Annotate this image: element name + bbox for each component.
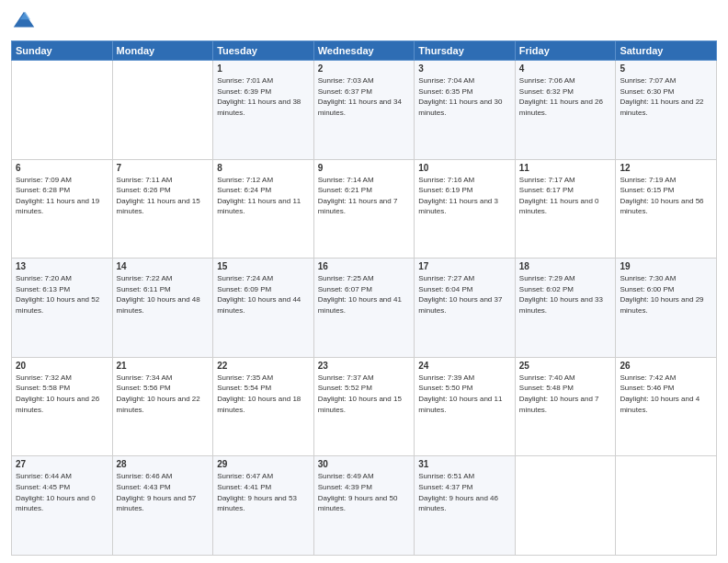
calendar-cell: 5Sunrise: 7:07 AM Sunset: 6:30 PM Daylig… bbox=[616, 61, 717, 160]
day-number: 28 bbox=[117, 459, 210, 469]
day-info: Sunrise: 7:03 AM Sunset: 6:37 PM Dayligh… bbox=[318, 75, 411, 118]
day-info: Sunrise: 7:07 AM Sunset: 6:30 PM Dayligh… bbox=[620, 75, 712, 118]
day-info: Sunrise: 7:12 AM Sunset: 6:24 PM Dayligh… bbox=[217, 175, 310, 217]
calendar-cell: 2Sunrise: 7:03 AM Sunset: 6:37 PM Daylig… bbox=[313, 61, 415, 160]
calendar-cell bbox=[515, 456, 616, 556]
day-number: 6 bbox=[16, 163, 108, 173]
calendar-cell: 20Sunrise: 7:32 AM Sunset: 5:58 PM Dayli… bbox=[12, 357, 113, 456]
day-info: Sunrise: 7:39 AM Sunset: 5:50 PM Dayligh… bbox=[418, 373, 511, 415]
day-number: 8 bbox=[217, 163, 310, 173]
day-info: Sunrise: 7:29 AM Sunset: 6:02 PM Dayligh… bbox=[519, 273, 612, 316]
day-info: Sunrise: 7:04 AM Sunset: 6:35 PM Dayligh… bbox=[418, 75, 511, 118]
day-number: 15 bbox=[217, 261, 310, 271]
calendar-cell: 24Sunrise: 7:39 AM Sunset: 5:50 PM Dayli… bbox=[415, 357, 516, 456]
day-info: Sunrise: 7:32 AM Sunset: 5:58 PM Dayligh… bbox=[16, 373, 108, 415]
day-info: Sunrise: 6:51 AM Sunset: 4:37 PM Dayligh… bbox=[418, 471, 511, 513]
calendar-cell: 11Sunrise: 7:17 AM Sunset: 6:17 PM Dayli… bbox=[515, 159, 616, 259]
calendar-cell: 12Sunrise: 7:19 AM Sunset: 6:15 PM Dayli… bbox=[616, 159, 717, 259]
day-number: 12 bbox=[620, 163, 712, 173]
weekday-sunday: Sunday bbox=[12, 41, 113, 61]
day-number: 17 bbox=[418, 261, 511, 271]
day-number: 18 bbox=[519, 261, 612, 271]
day-number: 10 bbox=[418, 163, 511, 173]
day-info: Sunrise: 7:30 AM Sunset: 6:00 PM Dayligh… bbox=[620, 273, 712, 316]
day-number: 19 bbox=[620, 261, 712, 271]
day-number: 20 bbox=[16, 361, 108, 371]
logo bbox=[11, 9, 40, 35]
calendar-cell: 4Sunrise: 7:06 AM Sunset: 6:32 PM Daylig… bbox=[515, 61, 616, 160]
calendar-week-4: 20Sunrise: 7:32 AM Sunset: 5:58 PM Dayli… bbox=[12, 357, 717, 456]
calendar-cell: 3Sunrise: 7:04 AM Sunset: 6:35 PM Daylig… bbox=[415, 61, 516, 160]
calendar-cell: 31Sunrise: 6:51 AM Sunset: 4:37 PM Dayli… bbox=[415, 456, 516, 556]
weekday-tuesday: Tuesday bbox=[213, 41, 314, 61]
calendar-cell: 19Sunrise: 7:30 AM Sunset: 6:00 PM Dayli… bbox=[616, 259, 717, 358]
weekday-monday: Monday bbox=[112, 41, 213, 61]
day-info: Sunrise: 7:09 AM Sunset: 6:28 PM Dayligh… bbox=[16, 175, 108, 217]
day-number: 4 bbox=[519, 63, 612, 74]
weekday-saturday: Saturday bbox=[616, 41, 717, 61]
day-info: Sunrise: 6:47 AM Sunset: 4:41 PM Dayligh… bbox=[217, 471, 310, 513]
day-info: Sunrise: 7:37 AM Sunset: 5:52 PM Dayligh… bbox=[318, 373, 411, 415]
day-number: 25 bbox=[519, 361, 612, 371]
calendar-cell: 27Sunrise: 6:44 AM Sunset: 4:45 PM Dayli… bbox=[12, 456, 113, 556]
calendar-cell: 18Sunrise: 7:29 AM Sunset: 6:02 PM Dayli… bbox=[515, 259, 616, 358]
day-number: 22 bbox=[217, 361, 310, 371]
calendar-week-3: 13Sunrise: 7:20 AM Sunset: 6:13 PM Dayli… bbox=[12, 259, 717, 358]
day-number: 26 bbox=[620, 361, 712, 371]
weekday-thursday: Thursday bbox=[415, 41, 516, 61]
day-number: 1 bbox=[217, 63, 310, 74]
calendar-cell: 6Sunrise: 7:09 AM Sunset: 6:28 PM Daylig… bbox=[12, 159, 113, 259]
calendar-table: SundayMondayTuesdayWednesdayThursdayFrid… bbox=[11, 40, 717, 556]
calendar-cell: 28Sunrise: 6:46 AM Sunset: 4:43 PM Dayli… bbox=[112, 456, 213, 556]
day-number: 2 bbox=[318, 63, 411, 74]
day-info: Sunrise: 6:44 AM Sunset: 4:45 PM Dayligh… bbox=[16, 471, 108, 513]
weekday-header-row: SundayMondayTuesdayWednesdayThursdayFrid… bbox=[12, 41, 717, 61]
day-number: 27 bbox=[16, 459, 108, 469]
calendar-cell: 7Sunrise: 7:11 AM Sunset: 6:26 PM Daylig… bbox=[112, 159, 213, 259]
day-info: Sunrise: 7:22 AM Sunset: 6:11 PM Dayligh… bbox=[117, 273, 210, 316]
calendar-body: 1Sunrise: 7:01 AM Sunset: 6:39 PM Daylig… bbox=[12, 61, 717, 556]
day-number: 30 bbox=[318, 459, 411, 469]
calendar-cell: 26Sunrise: 7:42 AM Sunset: 5:46 PM Dayli… bbox=[616, 357, 717, 456]
day-number: 21 bbox=[117, 361, 210, 371]
day-info: Sunrise: 6:49 AM Sunset: 4:39 PM Dayligh… bbox=[318, 471, 411, 513]
calendar-cell: 25Sunrise: 7:40 AM Sunset: 5:48 PM Dayli… bbox=[515, 357, 616, 456]
calendar-cell: 10Sunrise: 7:16 AM Sunset: 6:19 PM Dayli… bbox=[415, 159, 516, 259]
calendar-cell bbox=[12, 61, 113, 160]
day-number: 11 bbox=[519, 163, 612, 173]
calendar-cell: 16Sunrise: 7:25 AM Sunset: 6:07 PM Dayli… bbox=[313, 259, 415, 358]
calendar-cell: 29Sunrise: 6:47 AM Sunset: 4:41 PM Dayli… bbox=[213, 456, 314, 556]
day-number: 14 bbox=[117, 261, 210, 271]
calendar-cell: 8Sunrise: 7:12 AM Sunset: 6:24 PM Daylig… bbox=[213, 159, 314, 259]
day-info: Sunrise: 7:25 AM Sunset: 6:07 PM Dayligh… bbox=[318, 273, 411, 316]
calendar-cell bbox=[112, 61, 213, 160]
page-header bbox=[11, 9, 717, 35]
calendar-cell: 30Sunrise: 6:49 AM Sunset: 4:39 PM Dayli… bbox=[313, 456, 415, 556]
day-info: Sunrise: 7:06 AM Sunset: 6:32 PM Dayligh… bbox=[519, 75, 612, 118]
day-number: 7 bbox=[117, 163, 210, 173]
calendar-cell: 1Sunrise: 7:01 AM Sunset: 6:39 PM Daylig… bbox=[213, 61, 314, 160]
calendar-cell: 13Sunrise: 7:20 AM Sunset: 6:13 PM Dayli… bbox=[12, 259, 113, 358]
day-info: Sunrise: 7:01 AM Sunset: 6:39 PM Dayligh… bbox=[217, 75, 310, 118]
day-number: 29 bbox=[217, 459, 310, 469]
day-info: Sunrise: 7:17 AM Sunset: 6:17 PM Dayligh… bbox=[519, 175, 612, 217]
calendar-week-2: 6Sunrise: 7:09 AM Sunset: 6:28 PM Daylig… bbox=[12, 159, 717, 259]
day-info: Sunrise: 7:11 AM Sunset: 6:26 PM Dayligh… bbox=[117, 175, 210, 217]
weekday-friday: Friday bbox=[515, 41, 616, 61]
day-info: Sunrise: 7:34 AM Sunset: 5:56 PM Dayligh… bbox=[117, 373, 210, 415]
day-info: Sunrise: 7:40 AM Sunset: 5:48 PM Dayligh… bbox=[519, 373, 612, 415]
day-info: Sunrise: 7:20 AM Sunset: 6:13 PM Dayligh… bbox=[16, 273, 108, 316]
calendar-cell: 14Sunrise: 7:22 AM Sunset: 6:11 PM Dayli… bbox=[112, 259, 213, 358]
day-number: 9 bbox=[318, 163, 411, 173]
calendar-cell: 9Sunrise: 7:14 AM Sunset: 6:21 PM Daylig… bbox=[313, 159, 415, 259]
calendar-cell: 22Sunrise: 7:35 AM Sunset: 5:54 PM Dayli… bbox=[213, 357, 314, 456]
day-number: 3 bbox=[418, 63, 511, 74]
day-info: Sunrise: 7:35 AM Sunset: 5:54 PM Dayligh… bbox=[217, 373, 310, 415]
calendar-cell: 23Sunrise: 7:37 AM Sunset: 5:52 PM Dayli… bbox=[313, 357, 415, 456]
day-info: Sunrise: 7:19 AM Sunset: 6:15 PM Dayligh… bbox=[620, 175, 712, 217]
day-number: 31 bbox=[418, 459, 511, 469]
day-info: Sunrise: 6:46 AM Sunset: 4:43 PM Dayligh… bbox=[117, 471, 210, 513]
day-number: 23 bbox=[318, 361, 411, 371]
day-info: Sunrise: 7:16 AM Sunset: 6:19 PM Dayligh… bbox=[418, 175, 511, 217]
day-info: Sunrise: 7:27 AM Sunset: 6:04 PM Dayligh… bbox=[418, 273, 511, 316]
